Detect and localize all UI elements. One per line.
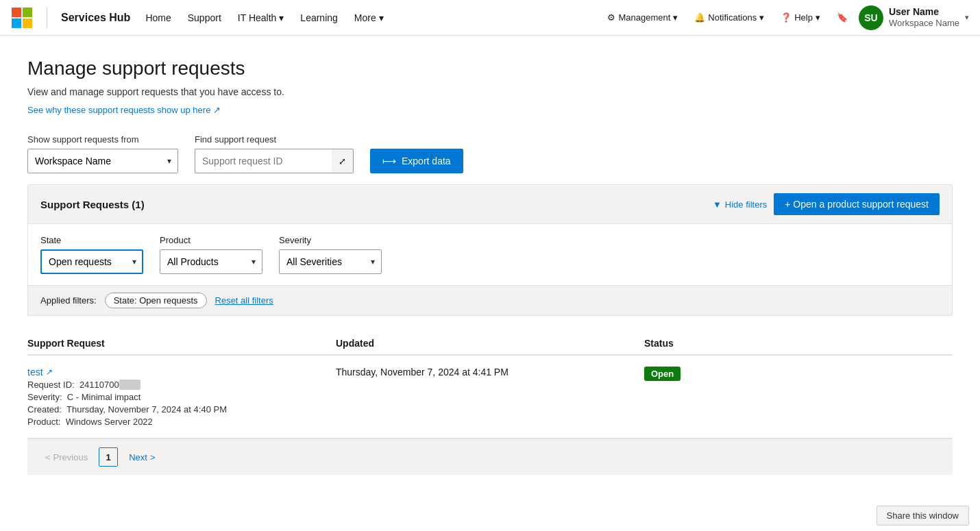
nav-more[interactable]: More ▾ — [347, 8, 391, 27]
applied-label: Applied filters: — [40, 295, 97, 306]
help-icon: ❓ — [781, 12, 792, 23]
pagination-bar: < Previous 1 Next > — [27, 439, 953, 475]
chevron-down-icon: ▾ — [759, 12, 764, 23]
next-arrow-icon: > — [150, 452, 156, 462]
product-select[interactable]: All Products — [160, 249, 262, 274]
form-row: Show support requests from Workspace Nam… — [27, 134, 953, 173]
created-label-text: Created: — [27, 404, 62, 415]
user-name: User Name — [889, 5, 959, 18]
search-icon: ⤢ — [339, 156, 346, 166]
state-select-wrapper: Open requests ▾ — [40, 249, 143, 274]
hide-filters-button[interactable]: ▼ Hide filters — [713, 199, 767, 210]
product-filter-group: Product All Products ▾ — [160, 235, 262, 274]
navbar: Services Hub Home Support IT Health ▾ Le… — [0, 0, 980, 36]
severity-label-text: Severity: — [27, 392, 62, 402]
page-number-current: 1 — [99, 447, 118, 467]
workspace-select[interactable]: Workspace Name — [27, 149, 178, 173]
avatar[interactable]: SU — [859, 5, 883, 30]
nav-right: ⚙ Management ▾ 🔔 Notifications ▾ ❓ Help … — [602, 5, 969, 30]
export-button[interactable]: ⟼ Export data — [370, 149, 463, 173]
bookmark-btn[interactable]: 🔖 — [831, 8, 853, 27]
nav-it-health[interactable]: IT Health ▾ — [231, 8, 291, 27]
nav-home[interactable]: Home — [138, 8, 177, 27]
find-label: Find support request — [195, 134, 354, 145]
info-link[interactable]: See why these support requests show up h… — [27, 105, 221, 115]
gear-icon: ⚙ — [607, 12, 615, 23]
product-value: Windows Server 2022 — [66, 417, 153, 427]
applied-filters-bar: Applied filters: State: Open requests Re… — [27, 286, 953, 316]
severity-filter-label: Severity — [279, 235, 382, 245]
svg-rect-1 — [23, 8, 32, 17]
chevron-down-icon: ▾ — [379, 12, 384, 23]
user-chevron-icon[interactable]: ▾ — [965, 13, 969, 22]
request-details-cell: test ↗ Request ID: 24110700■■■■ Severity… — [27, 367, 336, 427]
workspace-select-wrapper: Workspace Name ▾ — [27, 149, 178, 173]
product-select-wrapper: All Products ▾ — [160, 249, 262, 274]
filter-bar-left: Support Requests (1) — [40, 199, 145, 210]
svg-rect-3 — [23, 18, 32, 28]
created-row: Created: Thursday, November 7, 2024 at 4… — [27, 404, 336, 415]
filters-row: State Open requests ▾ Product All Produc… — [27, 224, 953, 286]
user-info: User Name Workspace Name — [889, 5, 959, 29]
state-filter-label: State — [40, 235, 143, 245]
svg-rect-2 — [12, 18, 21, 28]
filter-bar-header: Support Requests (1) ▼ Hide filters + Op… — [27, 184, 953, 224]
state-filter-group: State Open requests ▾ — [40, 235, 143, 274]
table-row: test ↗ Request ID: 24110700■■■■ Severity… — [27, 356, 953, 439]
open-request-button[interactable]: + Open a product support request — [774, 193, 940, 215]
find-input[interactable] — [195, 149, 332, 173]
find-group: Find support request ⤢ — [195, 134, 354, 173]
user-workspace: Workspace Name — [889, 18, 959, 29]
nav-support[interactable]: Support — [181, 8, 228, 27]
page-subtitle: View and manage support requests that yo… — [27, 86, 953, 97]
severity-value: C - Minimal impact — [67, 392, 141, 402]
table-header: Support Request Updated Status — [27, 332, 953, 356]
external-link-icon: ↗ — [46, 367, 53, 377]
filter-icon: ▼ — [713, 199, 722, 210]
help-btn[interactable]: ❓ Help ▾ — [775, 8, 826, 27]
severity-select-wrapper: All Severities ▾ — [279, 249, 382, 274]
brand-title: Services Hub — [61, 12, 130, 24]
main-content: Manage support requests View and manage … — [0, 36, 980, 475]
management-btn[interactable]: ⚙ Management ▾ — [602, 8, 683, 27]
find-input-row: ⤢ — [195, 149, 354, 173]
chevron-down-icon: ▾ — [816, 12, 820, 23]
request-title-link[interactable]: test ↗ — [27, 367, 336, 378]
ms-logo — [11, 7, 33, 29]
table-section: Support Request Updated Status test ↗ Re… — [27, 332, 953, 439]
previous-button[interactable]: < Previous — [40, 449, 93, 465]
state-select[interactable]: Open requests — [40, 249, 143, 274]
next-button[interactable]: Next > — [123, 449, 160, 465]
status-cell: Open — [644, 367, 953, 381]
prev-arrow-icon: < — [45, 452, 51, 462]
request-id-row: Request ID: 24110700■■■■ — [27, 380, 336, 390]
col-header-status: Status — [644, 338, 953, 349]
filter-tag[interactable]: State: Open requests — [105, 293, 207, 308]
chevron-down-icon: ▾ — [673, 12, 678, 23]
product-label-text: Product: — [27, 417, 60, 427]
page-title: Manage support requests — [27, 58, 953, 79]
col-header-request: Support Request — [27, 338, 336, 349]
nav-learning[interactable]: Learning — [293, 8, 345, 27]
updated-cell: Thursday, November 7, 2024 at 4:41 PM — [336, 367, 644, 378]
request-id-value: 24110700■■■■ — [79, 380, 140, 390]
reset-filters-link[interactable]: Reset all filters — [215, 295, 273, 306]
support-requests-title: Support Requests (1) — [40, 199, 145, 210]
updated-value: Thursday, November 7, 2024 at 4:41 PM — [336, 367, 509, 378]
status-badge: Open — [644, 367, 681, 381]
find-search-button[interactable]: ⤢ — [332, 149, 354, 173]
filter-bar-right: ▼ Hide filters + Open a product support … — [713, 193, 940, 215]
product-filter-label: Product — [160, 235, 262, 245]
show-from-label: Show support requests from — [27, 134, 178, 145]
product-row: Product: Windows Server 2022 — [27, 417, 336, 427]
severity-select[interactable]: All Severities — [279, 249, 382, 274]
created-value: Thursday, November 7, 2024 at 4:40 PM — [66, 404, 227, 415]
show-from-group: Show support requests from Workspace Nam… — [27, 134, 178, 173]
severity-row: Severity: C - Minimal impact — [27, 392, 336, 402]
notifications-btn[interactable]: 🔔 Notifications ▾ — [689, 8, 770, 27]
severity-filter-group: Severity All Severities ▾ — [279, 235, 382, 274]
nav-links: Home Support IT Health ▾ Learning More ▾ — [138, 8, 390, 27]
bell-icon: 🔔 — [694, 12, 705, 23]
svg-rect-0 — [12, 8, 21, 17]
bookmark-icon: 🔖 — [837, 12, 848, 23]
